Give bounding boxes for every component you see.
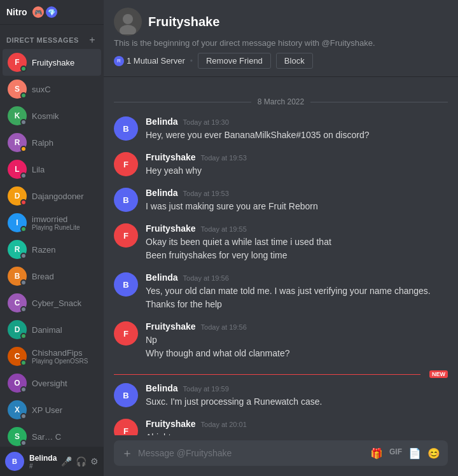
remove-friend-button[interactable]: Remove Friend: [198, 53, 271, 69]
add-dm-button[interactable]: +: [87, 35, 97, 45]
status-dot: [20, 146, 27, 152]
message-timestamp: Today at 19:56: [183, 274, 229, 282]
message-avatar: B: [114, 383, 138, 407]
chat-header-avatar: [114, 8, 142, 36]
dm-item-razen[interactable]: RRazen: [3, 236, 101, 263]
dm-item-fruityshake[interactable]: FFruityshake: [3, 49, 101, 76]
message-text: Why though and what old clanmate?: [146, 347, 448, 360]
message-username: Belinda: [146, 188, 178, 198]
block-button[interactable]: Block: [276, 53, 313, 69]
message-group: FFruityshakeToday at 20:01Alright: [114, 419, 448, 435]
status-dot: [20, 413, 27, 419]
dm-avatar: C: [8, 347, 27, 366]
dm-name: Ralph: [32, 138, 53, 148]
message-group: FFruityshakeToday at 19:53Hey yeah why: [114, 152, 448, 178]
dm-name: Bread: [32, 272, 54, 281]
dm-avatar: R: [8, 133, 27, 152]
gift-icon[interactable]: 🎁: [370, 447, 383, 459]
dm-name: Fruityshake: [32, 58, 74, 67]
dm-name: XP User: [32, 405, 62, 415]
message-group: BBelindaToday at 19:56Yes, your old clan…: [114, 272, 448, 311]
message-avatar: F: [114, 152, 138, 176]
message-timestamp: Today at 19:53: [183, 190, 229, 197]
message-timestamp: Today at 19:53: [201, 154, 247, 162]
dm-avatar: X: [8, 400, 27, 419]
emoji-icon[interactable]: 😊: [427, 447, 440, 459]
chat-input-wrapper: ＋ 🎁 GIF 📄 😊: [114, 440, 448, 466]
chat-subtitle: This is the beginning of your direct mes…: [114, 38, 375, 48]
current-user-name: Belinda: [29, 454, 56, 463]
message-group: FFruityshakeToday at 19:55Okay its been …: [114, 223, 448, 262]
dm-item-xp-user[interactable]: XXP User: [3, 396, 101, 423]
status-dot: [20, 279, 27, 286]
current-user-avatar: B: [5, 452, 24, 471]
settings-icon[interactable]: ⚙: [90, 456, 99, 466]
dm-item-kosmik[interactable]: KKosmik: [3, 102, 101, 129]
status-dot: [20, 172, 27, 179]
dm-item-sar…-c[interactable]: SSar… C: [3, 423, 101, 447]
status-dot: [20, 440, 27, 446]
status-dot: [20, 199, 27, 206]
separator: •: [190, 57, 193, 66]
dm-list: FFruityshakeSsuxCKKosmikRRalphLLilaDDaja…: [0, 48, 104, 447]
dm-avatar: F: [8, 53, 27, 72]
message-avatar: B: [114, 272, 138, 297]
dm-item-danimal[interactable]: DDanimal: [3, 316, 101, 343]
dm-section-header: DIRECT MESSAGES +: [0, 25, 104, 48]
dm-name: Razen: [32, 245, 56, 255]
dm-avatar: I: [8, 213, 27, 232]
status-dot: [20, 360, 27, 366]
dm-name: Sar… C: [32, 432, 61, 442]
current-user-info: Belinda #: [29, 454, 56, 470]
message-username: Fruityshake: [146, 419, 196, 429]
microphone-icon[interactable]: 🎤: [61, 456, 72, 466]
dm-item-cyber_snack[interactable]: CCyber_Snack: [3, 290, 101, 316]
nitro-icon-2: 💎: [46, 6, 57, 18]
dm-item-ralph[interactable]: RRalph: [3, 129, 101, 156]
message-timestamp: Today at 19:59: [183, 385, 229, 393]
sidebar: Nitro 🎮 💎 DIRECT MESSAGES + FFruityshake…: [0, 0, 104, 476]
dm-avatar: K: [8, 106, 27, 125]
bottom-icons: 🎤 🎧 ⚙: [61, 456, 99, 466]
attach-button[interactable]: ＋: [121, 445, 133, 461]
message-avatar: B: [114, 116, 138, 141]
dm-item-dajangodoner[interactable]: DDajangodoner: [3, 183, 101, 209]
dm-name: Danimal: [32, 325, 62, 335]
message-text: Suxc. I'm just processing a Runewatch ca…: [146, 395, 448, 409]
message-username: Belinda: [146, 272, 178, 283]
nitro-icons: 🎮 💎: [32, 6, 57, 18]
headphone-icon[interactable]: 🎧: [76, 456, 87, 466]
dm-item-bread[interactable]: BBread: [3, 263, 101, 290]
message-text: Okay its been quiet a while last time i …: [146, 235, 448, 249]
nitro-label: Nitro: [6, 7, 27, 17]
message-timestamp: Today at 19:56: [201, 323, 247, 331]
message-username: Fruityshake: [146, 223, 196, 234]
message-username: Fruityshake: [146, 321, 196, 332]
dm-item-lila[interactable]: LLila: [3, 156, 101, 183]
dm-item-imworried[interactable]: IimworriedPlaying RuneLite: [3, 209, 101, 236]
dm-item-chishandfips[interactable]: CChishandFipsPlaying OpenOSRS: [3, 343, 101, 370]
date-label: 8 March 2022: [258, 97, 304, 106]
message-timestamp: Today at 19:55: [201, 225, 247, 233]
message-group: FFruityshakeToday at 19:56NpWhy though a…: [114, 321, 448, 360]
message-avatar: B: [114, 188, 138, 212]
message-username: Belinda: [146, 116, 178, 127]
chat-area: 8 March 2022 BBelindaToday at 19:30Hey, …: [104, 77, 458, 435]
message-text: Np: [146, 333, 448, 347]
dm-avatar: B: [8, 267, 27, 286]
message-group: BBelindaToday at 19:53I was just making …: [114, 188, 448, 213]
message-text: I was just making sure you are Fruit Reb…: [146, 200, 448, 213]
message-group: BBelindaToday at 19:30Hey, were you ever…: [114, 116, 448, 142]
dm-name: ChishandFips: [32, 348, 88, 358]
dm-item-oversight[interactable]: OOversight: [3, 370, 101, 396]
dm-avatar: S: [8, 80, 27, 99]
chat-input-right-icons: 🎁 GIF 📄 😊: [370, 447, 440, 459]
dm-item-suxc[interactable]: SsuxC: [3, 76, 101, 102]
new-message-divider: NEW: [114, 370, 448, 378]
sticker-icon[interactable]: 📄: [408, 447, 421, 459]
message-input[interactable]: [138, 448, 365, 458]
status-dot: [20, 306, 27, 312]
dm-avatar: D: [8, 186, 27, 206]
gif-icon[interactable]: GIF: [389, 447, 402, 459]
message-avatar: F: [114, 321, 138, 346]
